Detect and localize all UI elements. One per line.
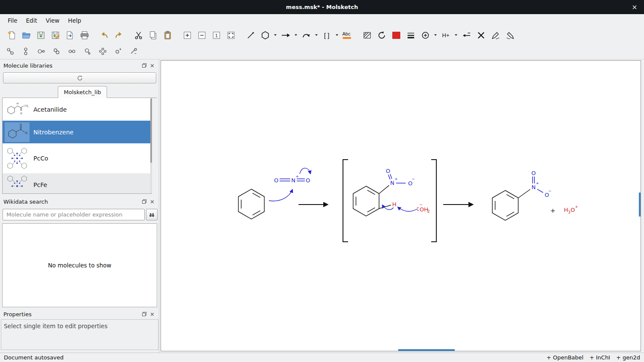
benzene-ring[interactable] [492, 190, 519, 220]
bond[interactable] [518, 190, 530, 198]
vertical-scrollbar-thumb[interactable] [639, 193, 641, 217]
edit-mechanism-button[interactable] [503, 28, 517, 42]
ring-tool-button[interactable] [258, 28, 272, 42]
molecule-libraries-header[interactable]: Molecule libraries [0, 60, 159, 71]
menu-file[interactable]: File [3, 15, 22, 26]
mechanism-arrow-dropdown[interactable] [313, 28, 319, 42]
reaction-scene[interactable]: O N + O N [161, 61, 641, 351]
charge-label[interactable]: + [394, 177, 398, 181]
float-panel-button[interactable] [140, 62, 148, 69]
template-button-3[interactable] [34, 45, 48, 57]
copy-button[interactable] [146, 28, 160, 42]
scrollbar-thumb[interactable] [150, 98, 152, 163]
menu-view[interactable]: View [42, 15, 64, 26]
wikidata-search-header[interactable]: Wikidata search [0, 196, 159, 207]
hydrogen-tool-dropdown[interactable] [453, 28, 459, 42]
atom-label-o[interactable]: O [306, 177, 310, 184]
template-button-8[interactable] [111, 45, 125, 57]
line-width-button[interactable] [403, 28, 418, 42]
bond-tool-button[interactable] [243, 28, 258, 42]
bond[interactable] [388, 175, 390, 179]
mechanism-arrow[interactable] [300, 168, 310, 174]
list-item-nitrobenzene[interactable]: NOO Nitrobenzene [3, 121, 152, 143]
list-item-acetanilide[interactable]: HOCH3 Acetanilide [3, 98, 152, 121]
list-item-pcco[interactable]: PcCo [3, 143, 152, 173]
template-button-7[interactable] [96, 45, 110, 57]
print-button[interactable] [77, 28, 92, 42]
nitrobenzene-product[interactable]: N + O O − [492, 170, 552, 221]
horizontal-scrollbar-thumb[interactable] [398, 349, 455, 351]
template-button-9[interactable] [127, 45, 140, 57]
list-item-pcfe[interactable]: PcFe [3, 173, 152, 194]
library-scrollbar[interactable] [150, 98, 152, 193]
color-swatch-button[interactable] [389, 28, 403, 42]
save-button[interactable] [33, 28, 48, 42]
bond[interactable] [537, 189, 543, 193]
properties-header[interactable]: Properties [0, 309, 159, 319]
atom-label-n[interactable]: N [291, 177, 295, 184]
ring-tool-dropdown[interactable] [272, 28, 278, 42]
zoom-fit-button[interactable] [224, 28, 238, 42]
arrow-tool-dropdown[interactable] [293, 28, 299, 42]
window-close-button[interactable] [628, 0, 641, 14]
plus-sign[interactable]: + [550, 207, 555, 214]
template-button-1[interactable] [3, 45, 17, 57]
subscript-label[interactable]: 3 [568, 210, 571, 214]
wikidata-search-input[interactable] [3, 209, 145, 220]
template-button-5[interactable] [65, 45, 79, 57]
atom-label-n[interactable]: N [531, 184, 536, 190]
bracket-tool-dropdown[interactable] [334, 28, 340, 42]
cut-button[interactable] [131, 28, 146, 42]
mechanism-arrow[interactable] [398, 207, 417, 211]
save-as-button[interactable] [48, 28, 63, 42]
charge-label[interactable]: + [575, 205, 578, 209]
arrow-tool-button[interactable] [278, 28, 293, 42]
atom-label-o[interactable]: O [274, 177, 278, 184]
charge-label[interactable]: + [295, 174, 299, 178]
atom-label-h[interactable]: H [564, 207, 568, 213]
close-panel-button[interactable] [148, 62, 156, 69]
template-button-4[interactable] [50, 45, 63, 57]
paste-button[interactable] [160, 28, 175, 42]
hatch-tool-button[interactable] [360, 28, 374, 42]
atom-label-o[interactable]: O [531, 170, 536, 176]
charge-label[interactable]: + [536, 181, 539, 185]
subscript-label[interactable]: 2 [427, 209, 430, 214]
charge-label[interactable]: − [411, 177, 415, 181]
wikidata-search-button[interactable] [146, 209, 158, 220]
refresh-libraries-button[interactable] [3, 72, 156, 83]
text-tool-button[interactable]: Abc [340, 28, 355, 42]
float-panel-button[interactable] [140, 310, 148, 318]
draw-mechanism-button[interactable] [488, 28, 503, 42]
close-panel-button[interactable] [148, 198, 156, 205]
zoom-in-button[interactable] [180, 28, 194, 42]
undo-button[interactable] [97, 28, 111, 42]
menu-help[interactable]: Help [64, 15, 86, 26]
charge-label[interactable]: − [548, 189, 552, 193]
charge-tool-button[interactable] [418, 28, 432, 42]
redo-button[interactable] [111, 28, 126, 42]
titlebar[interactable]: mess.msk* - Molsketch [0, 0, 644, 14]
rotate-tool-button[interactable] [374, 28, 389, 42]
mechanism-arrow[interactable] [269, 190, 292, 201]
left-bracket[interactable] [343, 160, 348, 242]
export-button[interactable] [63, 28, 77, 42]
benzene-ring[interactable] [239, 189, 265, 219]
water-base[interactable]: − OH 2 [417, 202, 430, 214]
charge-tool-dropdown[interactable] [432, 28, 438, 42]
zoom-out-button[interactable] [194, 28, 209, 42]
minus-arrow-button[interactable] [459, 28, 474, 42]
atom-label-oh[interactable]: OH [420, 206, 428, 213]
arenium-intermediate[interactable]: N + O O − H [353, 168, 415, 217]
delete-button[interactable] [474, 28, 488, 42]
atom-label-n[interactable]: N [390, 180, 394, 186]
hydrogen-tool-button[interactable]: H+ [438, 28, 453, 42]
bond[interactable] [379, 185, 389, 193]
right-bracket[interactable] [431, 160, 436, 242]
bond[interactable] [390, 174, 392, 179]
bracket-tool-button[interactable]: [ ] [319, 28, 334, 42]
atom-label-o[interactable]: O [386, 168, 390, 174]
template-button-6[interactable] [80, 45, 94, 57]
nitronium-ion[interactable]: O N + O [274, 174, 310, 184]
template-button-2[interactable] [19, 45, 33, 57]
